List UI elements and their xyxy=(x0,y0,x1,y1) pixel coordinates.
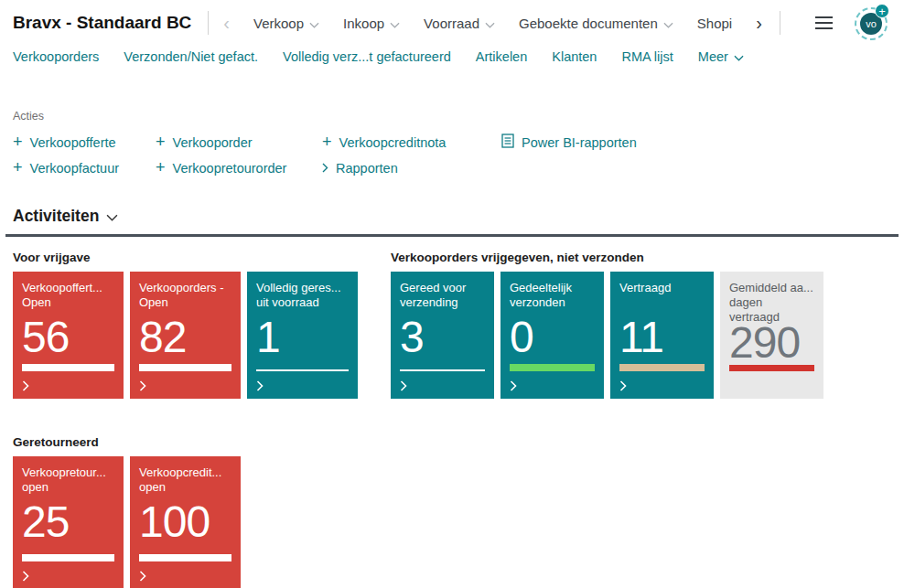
cue-tile-volledig-gereserveerd[interactable]: Volledig geres... uit voorraad 1 xyxy=(247,272,358,399)
plus-icon: + xyxy=(156,159,166,176)
nav-item-voorraad[interactable]: Voorraad xyxy=(424,16,495,31)
action-new-verkoopfactuur[interactable]: + Verkoopfactuur xyxy=(13,161,156,176)
tile-row: Verkoopretour... open 25 Verkoopcredit..… xyxy=(13,456,904,588)
action-rapporten-submenu[interactable]: Rapporten xyxy=(322,161,501,176)
nav-item-label: Geboekte documenten xyxy=(519,16,658,31)
plus-icon: + xyxy=(156,134,166,150)
collapse-chevron-icon xyxy=(106,208,118,225)
top-header: Bravx - Standaard BC ‹ Verkoop Inkoop Vo… xyxy=(0,0,904,46)
actions-grid: + Verkoopofferte + Verkooporder + Verkoo… xyxy=(13,134,889,176)
nav-scroll-left-icon[interactable]: ‹ xyxy=(223,14,230,32)
tile-value: 82 xyxy=(139,315,231,359)
action-label: Verkoopcreditnota xyxy=(339,135,447,150)
drilldown-chevron-icon xyxy=(400,380,485,391)
drilldown-chevron-icon xyxy=(139,571,231,582)
link-klanten[interactable]: Klanten xyxy=(552,49,597,64)
cue-tile-gedeeltelijk-verzonden[interactable]: Gedeeltelijk verzonden 0 xyxy=(500,272,604,399)
tile-row: Verkoopoffert... Open 56 Verkooporders -… xyxy=(13,272,358,399)
actions-section-label: Acties xyxy=(13,110,889,123)
activities-divider xyxy=(5,234,899,237)
nav-item-shopify[interactable]: Shopi xyxy=(697,16,732,31)
cue-tile-gereed-voor-verzending[interactable]: Gereed voor verzending 3 xyxy=(391,272,494,399)
tile-label: Gedeeltelijk verzonden xyxy=(510,281,595,311)
tile-label: Verkoopoffert... Open xyxy=(22,281,114,311)
cue-tile-vertraagd[interactable]: Vertraagd 11 xyxy=(610,272,714,399)
header-right: vo + xyxy=(763,5,889,41)
action-label: Verkoopofferte xyxy=(30,135,116,150)
nav-item-label: Verkoop xyxy=(253,16,304,31)
drilldown-chevron-icon xyxy=(619,380,705,391)
link-artikelen[interactable]: Artikelen xyxy=(476,49,527,64)
tile-bar xyxy=(729,365,814,371)
nav-item-inkoop[interactable]: Inkoop xyxy=(343,16,400,31)
tile-value: 100 xyxy=(139,500,231,544)
drilldown-chevron-icon xyxy=(510,380,595,391)
action-new-verkoopofferte[interactable]: + Verkoopofferte xyxy=(13,135,156,150)
drilldown-chevron-icon xyxy=(22,380,114,391)
plus-icon: + xyxy=(13,134,23,150)
avatar[interactable]: vo + xyxy=(853,5,889,41)
link-verkooporders[interactable]: Verkooporders xyxy=(13,49,99,64)
action-label: Verkoopfactuur xyxy=(30,161,120,176)
action-label: Power BI-rapporten xyxy=(522,135,637,150)
tile-value: 11 xyxy=(619,315,705,359)
header-divider xyxy=(780,11,780,35)
tile-label: Verkoopretour... open xyxy=(22,465,114,496)
cue-tile-verkoopretourorders-open[interactable]: Verkoopretour... open 25 xyxy=(13,456,124,588)
nav-item-verkoop[interactable]: Verkoop xyxy=(253,16,319,31)
tile-value: 1 xyxy=(256,315,349,359)
action-new-verkoopcreditnota[interactable]: + Verkoopcreditnota xyxy=(322,135,501,150)
drilldown-chevron-icon xyxy=(22,571,114,582)
cue-group-vrijgegeven-niet-verzonden: Verkooporders vrijgegeven, niet verzonde… xyxy=(391,251,823,399)
cue-tile-gemiddeld-dagen-vertraagd: Gemiddeld aa... dagen vertraagd 290 xyxy=(720,272,823,399)
link-volledig-verz-gefactureerd[interactable]: Volledig verz...t gefactureerd xyxy=(283,49,451,64)
action-label: Verkoopretourorder xyxy=(173,161,287,176)
cue-tile-verkoopoffertes-open[interactable]: Verkoopoffert... Open 56 xyxy=(13,272,124,399)
tile-label: Verkoopcredit... open xyxy=(139,465,231,496)
avatar-plus-badge-icon: + xyxy=(875,4,889,18)
link-meer-label: Meer xyxy=(698,49,728,64)
chevron-down-icon xyxy=(663,16,673,31)
tile-value: 290 xyxy=(729,321,814,365)
tile-bar xyxy=(400,369,485,371)
tile-bar xyxy=(256,369,349,371)
action-label: Rapporten xyxy=(336,161,398,176)
view-links-row: Verkooporders Verzonden/Niet gefact. Vol… xyxy=(0,46,904,77)
nav-scroll-right-icon[interactable]: › xyxy=(756,14,762,32)
nav-item-geboekte-documenten[interactable]: Geboekte documenten xyxy=(519,16,673,31)
action-new-verkooporder[interactable]: + Verkooporder xyxy=(156,135,322,150)
nav-item-label: Inkoop xyxy=(343,16,384,31)
cue-group-geretourneerd: Geretourneerd Verkoopretour... open 25 V… xyxy=(13,435,904,588)
action-power-bi-rapporten[interactable]: Power BI-rapporten xyxy=(501,134,889,151)
action-new-verkoopretourorder[interactable]: + Verkoopretourorder xyxy=(156,161,322,176)
tile-bar xyxy=(139,554,231,561)
page-title: Bravx - Standaard BC xyxy=(13,13,191,33)
chevron-down-icon xyxy=(309,16,319,31)
tile-bar xyxy=(139,364,231,371)
chevron-right-icon xyxy=(322,161,328,176)
plus-icon: + xyxy=(322,134,332,150)
activities-title: Activiteiten xyxy=(13,207,99,226)
cue-group-voor-vrijgave: Voor vrijgave Verkoopoffert... Open 56 V… xyxy=(13,251,358,399)
chevron-down-icon xyxy=(390,16,400,31)
link-meer[interactable]: Meer xyxy=(698,49,744,64)
link-verzonden-niet-gefact[interactable]: Verzonden/Niet gefact. xyxy=(124,49,258,64)
drilldown-chevron-icon xyxy=(139,380,231,391)
menu-icon[interactable] xyxy=(813,13,834,33)
tile-bar xyxy=(22,364,114,371)
cue-tile-verkoopcreditnotas-open[interactable]: Verkoopcredit... open 100 xyxy=(130,456,241,588)
cue-group-label: Voor vrijgave xyxy=(13,251,358,264)
link-rma-lijst[interactable]: RMA lijst xyxy=(621,49,673,64)
cue-groups-row: Voor vrijgave Verkoopoffert... Open 56 V… xyxy=(13,251,904,399)
tile-value: 56 xyxy=(22,315,114,359)
drilldown-chevron-icon xyxy=(256,380,349,391)
tile-label: Volledig geres... uit voorraad xyxy=(256,281,349,311)
activities-header[interactable]: Activiteiten xyxy=(13,207,889,226)
chevron-down-icon xyxy=(734,49,744,64)
tile-label: Gemiddeld aa... dagen vertraagd xyxy=(729,281,814,316)
tile-bar xyxy=(619,364,705,371)
report-icon xyxy=(501,134,514,151)
cue-tile-verkooporders-open[interactable]: Verkooporders - Open 82 xyxy=(130,272,241,399)
tile-value: 0 xyxy=(510,315,595,359)
plus-icon: + xyxy=(13,159,23,176)
